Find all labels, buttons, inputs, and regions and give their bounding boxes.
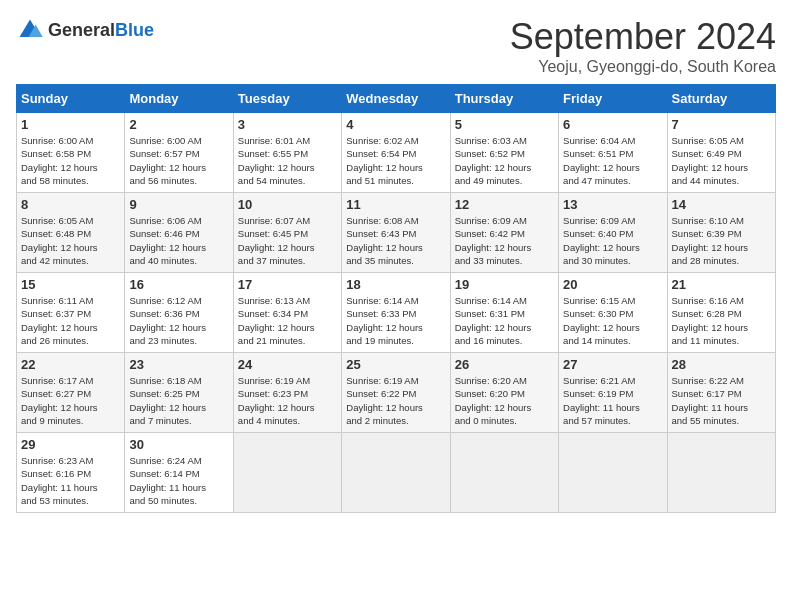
title-area: September 2024 Yeoju, Gyeonggi-do, South… xyxy=(510,16,776,76)
day-info: Sunrise: 6:00 AM Sunset: 6:57 PM Dayligh… xyxy=(129,134,228,187)
day-info: Sunrise: 6:00 AM Sunset: 6:58 PM Dayligh… xyxy=(21,134,120,187)
day-info: Sunrise: 6:02 AM Sunset: 6:54 PM Dayligh… xyxy=(346,134,445,187)
calendar-header-friday: Friday xyxy=(559,85,667,113)
day-number: 6 xyxy=(563,117,662,132)
day-number: 28 xyxy=(672,357,771,372)
calendar-week-row: 29Sunrise: 6:23 AM Sunset: 6:16 PM Dayli… xyxy=(17,433,776,513)
day-number: 2 xyxy=(129,117,228,132)
day-number: 22 xyxy=(21,357,120,372)
logo: GeneralBlue xyxy=(16,16,154,44)
day-info: Sunrise: 6:01 AM Sunset: 6:55 PM Dayligh… xyxy=(238,134,337,187)
calendar-day-cell xyxy=(342,433,450,513)
day-info: Sunrise: 6:14 AM Sunset: 6:31 PM Dayligh… xyxy=(455,294,554,347)
calendar-header-row: SundayMondayTuesdayWednesdayThursdayFrid… xyxy=(17,85,776,113)
calendar-day-cell: 24Sunrise: 6:19 AM Sunset: 6:23 PM Dayli… xyxy=(233,353,341,433)
calendar-day-cell: 11Sunrise: 6:08 AM Sunset: 6:43 PM Dayli… xyxy=(342,193,450,273)
day-number: 12 xyxy=(455,197,554,212)
calendar-week-row: 8Sunrise: 6:05 AM Sunset: 6:48 PM Daylig… xyxy=(17,193,776,273)
calendar-day-cell xyxy=(667,433,775,513)
day-number: 10 xyxy=(238,197,337,212)
calendar-week-row: 1Sunrise: 6:00 AM Sunset: 6:58 PM Daylig… xyxy=(17,113,776,193)
calendar-day-cell: 21Sunrise: 6:16 AM Sunset: 6:28 PM Dayli… xyxy=(667,273,775,353)
calendar-header-saturday: Saturday xyxy=(667,85,775,113)
day-info: Sunrise: 6:07 AM Sunset: 6:45 PM Dayligh… xyxy=(238,214,337,267)
calendar-day-cell: 19Sunrise: 6:14 AM Sunset: 6:31 PM Dayli… xyxy=(450,273,558,353)
calendar-day-cell: 25Sunrise: 6:19 AM Sunset: 6:22 PM Dayli… xyxy=(342,353,450,433)
day-info: Sunrise: 6:09 AM Sunset: 6:42 PM Dayligh… xyxy=(455,214,554,267)
logo-text-blue: Blue xyxy=(115,20,154,40)
calendar-day-cell: 2Sunrise: 6:00 AM Sunset: 6:57 PM Daylig… xyxy=(125,113,233,193)
day-info: Sunrise: 6:21 AM Sunset: 6:19 PM Dayligh… xyxy=(563,374,662,427)
day-number: 18 xyxy=(346,277,445,292)
day-info: Sunrise: 6:13 AM Sunset: 6:34 PM Dayligh… xyxy=(238,294,337,347)
day-info: Sunrise: 6:24 AM Sunset: 6:14 PM Dayligh… xyxy=(129,454,228,507)
calendar-day-cell: 18Sunrise: 6:14 AM Sunset: 6:33 PM Dayli… xyxy=(342,273,450,353)
calendar-week-row: 22Sunrise: 6:17 AM Sunset: 6:27 PM Dayli… xyxy=(17,353,776,433)
day-number: 7 xyxy=(672,117,771,132)
calendar-day-cell: 10Sunrise: 6:07 AM Sunset: 6:45 PM Dayli… xyxy=(233,193,341,273)
calendar-day-cell: 5Sunrise: 6:03 AM Sunset: 6:52 PM Daylig… xyxy=(450,113,558,193)
calendar-day-cell: 6Sunrise: 6:04 AM Sunset: 6:51 PM Daylig… xyxy=(559,113,667,193)
calendar-day-cell: 26Sunrise: 6:20 AM Sunset: 6:20 PM Dayli… xyxy=(450,353,558,433)
day-info: Sunrise: 6:03 AM Sunset: 6:52 PM Dayligh… xyxy=(455,134,554,187)
day-info: Sunrise: 6:04 AM Sunset: 6:51 PM Dayligh… xyxy=(563,134,662,187)
day-number: 27 xyxy=(563,357,662,372)
day-number: 8 xyxy=(21,197,120,212)
calendar-body: 1Sunrise: 6:00 AM Sunset: 6:58 PM Daylig… xyxy=(17,113,776,513)
day-info: Sunrise: 6:19 AM Sunset: 6:23 PM Dayligh… xyxy=(238,374,337,427)
calendar-header-wednesday: Wednesday xyxy=(342,85,450,113)
calendar-day-cell xyxy=(450,433,558,513)
day-number: 13 xyxy=(563,197,662,212)
calendar-day-cell: 7Sunrise: 6:05 AM Sunset: 6:49 PM Daylig… xyxy=(667,113,775,193)
calendar-week-row: 15Sunrise: 6:11 AM Sunset: 6:37 PM Dayli… xyxy=(17,273,776,353)
day-number: 9 xyxy=(129,197,228,212)
calendar-day-cell: 29Sunrise: 6:23 AM Sunset: 6:16 PM Dayli… xyxy=(17,433,125,513)
calendar-day-cell: 3Sunrise: 6:01 AM Sunset: 6:55 PM Daylig… xyxy=(233,113,341,193)
calendar-day-cell: 23Sunrise: 6:18 AM Sunset: 6:25 PM Dayli… xyxy=(125,353,233,433)
day-info: Sunrise: 6:14 AM Sunset: 6:33 PM Dayligh… xyxy=(346,294,445,347)
day-number: 19 xyxy=(455,277,554,292)
day-info: Sunrise: 6:22 AM Sunset: 6:17 PM Dayligh… xyxy=(672,374,771,427)
day-number: 11 xyxy=(346,197,445,212)
calendar-table: SundayMondayTuesdayWednesdayThursdayFrid… xyxy=(16,84,776,513)
calendar-header-thursday: Thursday xyxy=(450,85,558,113)
calendar-header-monday: Monday xyxy=(125,85,233,113)
logo-text-general: General xyxy=(48,20,115,40)
day-number: 20 xyxy=(563,277,662,292)
day-info: Sunrise: 6:10 AM Sunset: 6:39 PM Dayligh… xyxy=(672,214,771,267)
day-info: Sunrise: 6:20 AM Sunset: 6:20 PM Dayligh… xyxy=(455,374,554,427)
day-number: 24 xyxy=(238,357,337,372)
day-number: 14 xyxy=(672,197,771,212)
day-number: 4 xyxy=(346,117,445,132)
day-info: Sunrise: 6:23 AM Sunset: 6:16 PM Dayligh… xyxy=(21,454,120,507)
day-info: Sunrise: 6:17 AM Sunset: 6:27 PM Dayligh… xyxy=(21,374,120,427)
day-info: Sunrise: 6:05 AM Sunset: 6:49 PM Dayligh… xyxy=(672,134,771,187)
calendar-header-tuesday: Tuesday xyxy=(233,85,341,113)
calendar-day-cell xyxy=(559,433,667,513)
calendar-day-cell: 27Sunrise: 6:21 AM Sunset: 6:19 PM Dayli… xyxy=(559,353,667,433)
calendar-day-cell: 15Sunrise: 6:11 AM Sunset: 6:37 PM Dayli… xyxy=(17,273,125,353)
day-info: Sunrise: 6:19 AM Sunset: 6:22 PM Dayligh… xyxy=(346,374,445,427)
day-info: Sunrise: 6:18 AM Sunset: 6:25 PM Dayligh… xyxy=(129,374,228,427)
page-header: GeneralBlue September 2024 Yeoju, Gyeong… xyxy=(16,16,776,76)
day-number: 29 xyxy=(21,437,120,452)
calendar-day-cell: 20Sunrise: 6:15 AM Sunset: 6:30 PM Dayli… xyxy=(559,273,667,353)
calendar-day-cell: 9Sunrise: 6:06 AM Sunset: 6:46 PM Daylig… xyxy=(125,193,233,273)
calendar-day-cell: 22Sunrise: 6:17 AM Sunset: 6:27 PM Dayli… xyxy=(17,353,125,433)
month-title: September 2024 xyxy=(510,16,776,58)
day-number: 23 xyxy=(129,357,228,372)
logo-icon xyxy=(16,16,44,44)
day-info: Sunrise: 6:12 AM Sunset: 6:36 PM Dayligh… xyxy=(129,294,228,347)
calendar-day-cell: 14Sunrise: 6:10 AM Sunset: 6:39 PM Dayli… xyxy=(667,193,775,273)
calendar-day-cell: 13Sunrise: 6:09 AM Sunset: 6:40 PM Dayli… xyxy=(559,193,667,273)
day-info: Sunrise: 6:06 AM Sunset: 6:46 PM Dayligh… xyxy=(129,214,228,267)
day-info: Sunrise: 6:11 AM Sunset: 6:37 PM Dayligh… xyxy=(21,294,120,347)
calendar-day-cell: 12Sunrise: 6:09 AM Sunset: 6:42 PM Dayli… xyxy=(450,193,558,273)
day-number: 21 xyxy=(672,277,771,292)
day-number: 26 xyxy=(455,357,554,372)
calendar-day-cell: 16Sunrise: 6:12 AM Sunset: 6:36 PM Dayli… xyxy=(125,273,233,353)
calendar-day-cell xyxy=(233,433,341,513)
calendar-day-cell: 4Sunrise: 6:02 AM Sunset: 6:54 PM Daylig… xyxy=(342,113,450,193)
calendar-day-cell: 17Sunrise: 6:13 AM Sunset: 6:34 PM Dayli… xyxy=(233,273,341,353)
day-number: 3 xyxy=(238,117,337,132)
